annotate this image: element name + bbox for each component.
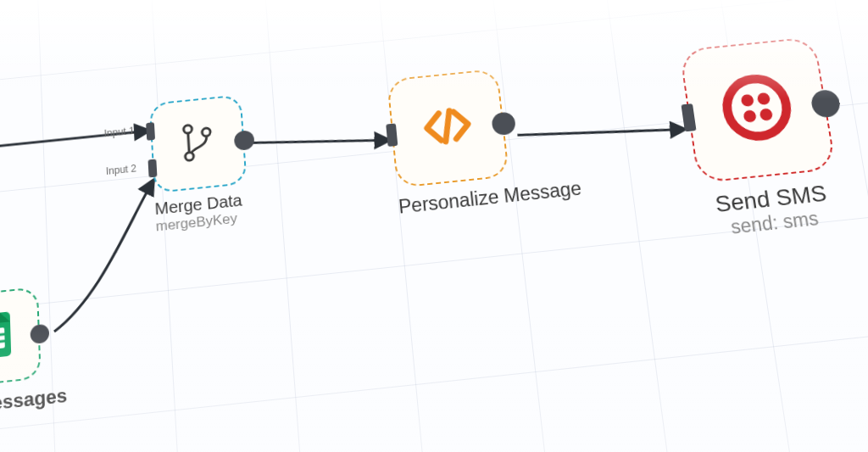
git-branch-icon <box>178 120 217 168</box>
svg-point-5 <box>183 125 192 133</box>
code-tag-icon <box>419 103 477 152</box>
node-title: ns Messages <box>0 384 68 419</box>
input-port-1[interactable] <box>146 122 155 141</box>
input-port-2[interactable] <box>147 159 157 177</box>
node-personalize[interactable]: Personalize Message <box>387 62 582 218</box>
output-port[interactable] <box>491 111 516 136</box>
svg-point-9 <box>723 76 791 139</box>
svg-point-12 <box>743 109 757 123</box>
svg-point-7 <box>202 128 210 137</box>
output-port[interactable] <box>30 324 49 344</box>
node-send-sms[interactable]: Send SMS send: sms <box>679 36 846 241</box>
svg-line-8 <box>442 111 452 142</box>
google-sheets-icon <box>0 310 13 365</box>
svg-point-6 <box>185 152 193 160</box>
node-messages[interactable]: ns Messages <box>0 284 68 419</box>
svg-point-10 <box>740 94 754 107</box>
svg-point-11 <box>757 92 771 105</box>
svg-point-13 <box>760 108 774 120</box>
input-port[interactable] <box>681 103 696 131</box>
output-port[interactable] <box>810 89 842 119</box>
input-1-label: Input 1 <box>103 125 134 139</box>
input-2-label: Input 2 <box>106 163 137 177</box>
svg-rect-1 <box>0 327 5 350</box>
input-port[interactable] <box>386 123 398 147</box>
node-merge[interactable]: Input 1 Input 2 Merge Data mergeByKey <box>149 94 250 235</box>
output-port[interactable] <box>234 130 255 151</box>
twilio-icon <box>716 70 798 148</box>
